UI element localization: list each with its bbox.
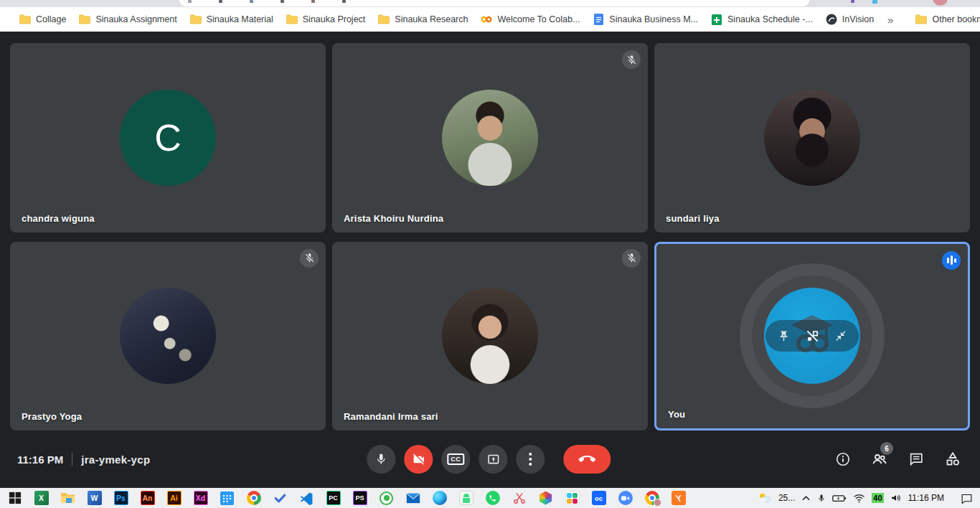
taskbar-pycharm[interactable]: PC — [320, 488, 347, 508]
system-tray: 25... 40 11:16 PM — [758, 492, 980, 504]
folder-icon — [286, 14, 298, 25]
more-vert-icon — [529, 453, 532, 466]
taskbar-chrome-profile[interactable] — [639, 488, 665, 508]
participant-tile-arista[interactable]: Arista Khoiru Nurdina — [332, 43, 648, 232]
omnibox-content-dot — [342, 0, 346, 3]
bookmark-sinauka-schedule[interactable]: Sinauka Schedule -... — [705, 11, 819, 28]
bookmark-sinauka-business[interactable]: Sinauka Business M... — [586, 11, 705, 28]
mic-button[interactable] — [367, 445, 395, 474]
meeting-details-button[interactable] — [834, 451, 852, 468]
captions-button[interactable]: CC — [441, 445, 470, 474]
bookmark-sinauka-project[interactable]: Sinauka Project — [280, 11, 372, 28]
folder-icon — [915, 14, 927, 25]
browser-profile-avatar-partial[interactable] — [933, 0, 948, 6]
tray-volume-icon[interactable] — [890, 493, 902, 503]
leave-call-button[interactable] — [563, 445, 611, 474]
present-screen-icon — [486, 453, 500, 466]
tray-mic-icon[interactable] — [817, 493, 826, 504]
oc-app-icon: oc — [592, 491, 606, 505]
weather-temp[interactable]: 25... — [778, 493, 795, 503]
bookmark-collage[interactable]: Collage — [13, 11, 72, 28]
taskbar-todo[interactable] — [267, 488, 293, 508]
action-center-icon[interactable] — [961, 493, 973, 504]
taskbar-phpstorm[interactable]: PS — [347, 488, 373, 508]
taskbar-vscode[interactable] — [293, 488, 320, 508]
camera-off-button[interactable] — [404, 445, 433, 474]
meeting-details[interactable]: 11:16 PM jra-ymek-ycp — [17, 431, 150, 488]
taskbar-word[interactable]: W — [81, 488, 108, 508]
taskbar-chrome[interactable] — [240, 488, 267, 508]
participant-avatar — [442, 288, 538, 384]
taskbar-xampp[interactable] — [665, 488, 692, 508]
taskbar-oc-app[interactable]: oc — [585, 488, 612, 508]
screen: Collage Sinauka Assignment Sinauka Mater… — [0, 0, 980, 508]
adobe-xd-icon: Xd — [194, 491, 208, 505]
participant-tile-chandra[interactable]: C chandra wiguna — [10, 43, 326, 232]
bookmark-label: InVision — [842, 14, 874, 24]
participant-tile-ramandani[interactable]: Ramandani Irma sari — [332, 242, 648, 431]
chat-button[interactable] — [908, 451, 925, 468]
taskbar-calendar[interactable] — [214, 488, 240, 508]
participant-name: Ramandani Irma sari — [344, 411, 438, 422]
battery-percent-overlay[interactable]: 40 — [872, 493, 883, 503]
bookmark-sinauka-research[interactable]: Sinauka Research — [372, 11, 474, 28]
other-bookmarks[interactable]: Other bookmarks — [909, 11, 980, 28]
tray-clock[interactable]: 11:16 PM — [908, 493, 944, 503]
taskbar-whatsapp[interactable] — [479, 488, 506, 508]
taskbar-mail[interactable] — [400, 488, 426, 508]
omnibox-partial[interactable] — [179, 0, 809, 6]
present-button[interactable] — [479, 445, 507, 474]
slack-icon — [565, 491, 580, 505]
taskbar-excel[interactable]: X — [28, 488, 55, 508]
bookmark-sinauka-assignment[interactable]: Sinauka Assignment — [72, 11, 183, 28]
taskbar-zoom[interactable] — [612, 488, 639, 508]
tray-battery-icon[interactable] — [832, 494, 847, 503]
taskbar-animate[interactable]: An — [134, 488, 161, 508]
participants-button[interactable]: 6 — [871, 451, 888, 468]
taskbar-android-emulator[interactable] — [453, 488, 479, 508]
bookmark-invision[interactable]: InVision — [819, 11, 880, 28]
taskbar-edge[interactable] — [426, 488, 453, 508]
taskbar-green-app[interactable] — [373, 488, 400, 508]
pin-tile-button[interactable] — [773, 325, 794, 347]
android-emulator-icon — [459, 491, 473, 505]
extension-icon-partial[interactable] — [872, 0, 877, 4]
participant-name: Prastyo Yoga — [22, 411, 82, 422]
taskbar-slack[interactable] — [559, 488, 585, 508]
extension-icon-partial[interactable] — [851, 0, 854, 3]
phpstorm-icon: PS — [353, 491, 367, 505]
check-icon — [273, 491, 287, 505]
start-button[interactable] — [1, 488, 28, 508]
bookmarks-overflow-chevron[interactable]: » — [880, 14, 900, 26]
remove-selfview-button[interactable] — [801, 325, 823, 347]
bookmark-label: Sinauka Business M... — [609, 14, 698, 24]
participant-tile-sundari[interactable]: sundari liya — [654, 43, 970, 232]
participant-tile-prastyo[interactable]: Prastyo Yoga — [10, 242, 326, 431]
zoom-icon — [618, 491, 633, 505]
bookmark-sinauka-material[interactable]: Sinauka Material — [184, 11, 280, 28]
invision-icon — [826, 14, 837, 25]
mail-icon — [406, 492, 420, 504]
taskbar-adobe-xd[interactable]: Xd — [187, 488, 214, 508]
speaking-indicator-icon — [942, 251, 961, 270]
activities-button[interactable] — [944, 451, 961, 468]
taskbar-color-cube[interactable] — [532, 488, 559, 508]
pycharm-icon: PC — [326, 491, 341, 505]
mic-muted-icon — [622, 50, 641, 69]
selfview-hover-controls — [765, 320, 859, 352]
bookmark-label: Welcome To Colab... — [497, 14, 580, 24]
taskbar-illustrator[interactable]: Ai — [161, 488, 187, 508]
weather-icon[interactable] — [758, 492, 772, 504]
videocam-off-icon — [412, 453, 425, 466]
more-options-button[interactable] — [516, 445, 545, 474]
tray-wifi-icon[interactable] — [853, 494, 865, 503]
taskbar-photoshop[interactable]: Ps — [108, 488, 134, 508]
participant-name: sundari liya — [666, 213, 720, 224]
taskbar-snipping[interactable] — [506, 488, 532, 508]
taskbar-file-explorer[interactable] — [55, 488, 81, 508]
bookmark-welcome-to-colab[interactable]: Welcome To Colab... — [474, 11, 586, 28]
minimize-tile-button[interactable] — [830, 325, 852, 347]
tray-chevron-up-icon[interactable] — [801, 494, 811, 502]
participant-avatar: C — [120, 90, 216, 186]
participant-tile-you[interactable]: You — [654, 242, 970, 431]
